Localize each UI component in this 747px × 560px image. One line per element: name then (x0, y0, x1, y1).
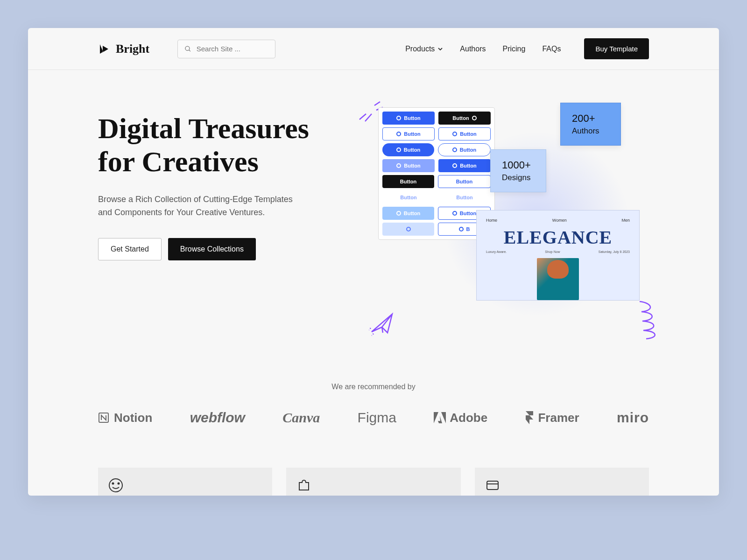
svg-point-5 (118, 483, 120, 484)
feature-card-2 (286, 468, 460, 496)
feature-card-1 (98, 468, 272, 496)
demo-button: Button (438, 112, 491, 125)
demo-button: Button (382, 127, 435, 140)
brand-notion-label: Notion (114, 411, 152, 425)
framer-icon (525, 411, 534, 424)
logo-text: Bright (116, 42, 149, 56)
logo[interactable]: Bright (98, 42, 149, 56)
card-icon (484, 477, 501, 494)
hero-actions: Get Started Browse Collections (98, 238, 331, 260)
demo-button: Button (438, 175, 491, 188)
stat-designs-num: 1000+ (502, 159, 535, 171)
hero-subtitle: Browse a Rich Collection of Cutting-Edge… (98, 193, 294, 220)
demo-button: Button (438, 143, 491, 156)
hero-illustration: Button Button Button Button Button Butto… (359, 103, 649, 327)
hero-title: Digital Treasures for Creatives (98, 112, 331, 179)
demo-button: Button (382, 207, 434, 220)
buy-template-button[interactable]: Buy Template (584, 38, 649, 59)
feature-cards-row (28, 440, 719, 496)
stat-authors-num: 200+ (572, 112, 609, 125)
nav-faqs[interactable]: FAQs (542, 45, 561, 53)
demo-button: Button (438, 191, 491, 204)
demo-button: Button (382, 143, 434, 156)
smiley-icon (107, 477, 124, 494)
get-started-button[interactable]: Get Started (98, 238, 162, 260)
elegance-model-image (537, 258, 579, 300)
chevron-down-icon (437, 46, 443, 52)
nav: Products Authors Pricing FAQs (405, 45, 561, 53)
demo-button: Button (382, 159, 435, 172)
browse-collections-button[interactable]: Browse Collections (168, 238, 256, 260)
page: Bright Products Authors Pricing FAQs Buy… (28, 28, 719, 496)
puzzle-icon (296, 477, 312, 494)
elegance-nav-men: Men (621, 218, 630, 223)
elegance-shop: Shop Now (545, 250, 560, 253)
hero: Digital Treasures for Creatives Browse a… (28, 70, 719, 345)
header: Bright Products Authors Pricing FAQs Buy… (28, 28, 719, 70)
search-icon (184, 45, 191, 53)
brand-adobe: Adobe (434, 411, 487, 425)
scribble-icon (630, 299, 663, 341)
stat-designs-label: Designs (502, 173, 535, 182)
brand-framer: Framer (525, 411, 579, 425)
demo-button: Button (438, 159, 491, 172)
search-box[interactable] (177, 40, 275, 58)
brand-canva: Canva (282, 410, 320, 426)
brand-webflow: webflow (190, 410, 245, 426)
elegance-nav-women: Women (552, 218, 567, 223)
stat-card-designs: 1000+ Designs (490, 149, 546, 192)
stat-authors-label: Authors (572, 126, 609, 136)
paper-plane-icon (369, 310, 397, 336)
recommended-section: We are recommended by Notion webflow Can… (28, 345, 719, 440)
brand-framer-label: Framer (538, 411, 579, 425)
elegance-date: Saturday, July 8 2023 (599, 250, 630, 253)
svg-line-1 (189, 49, 190, 51)
elegance-title: ELEGANCE (486, 226, 630, 248)
logo-icon (98, 42, 111, 56)
demo-button: Button (382, 112, 435, 125)
demo-button: Button (382, 175, 434, 188)
svg-rect-6 (487, 481, 498, 490)
svg-point-3 (109, 479, 122, 492)
nav-products-label: Products (405, 45, 435, 53)
demo-button: Button (382, 191, 435, 204)
brand-row: Notion webflow Canva Figma Adobe Framer … (98, 410, 649, 426)
elegance-nav-home: Home (486, 218, 497, 223)
feature-card-3 (475, 468, 649, 496)
svg-point-0 (185, 46, 190, 50)
demo-button (382, 223, 434, 236)
nav-authors[interactable]: Authors (460, 45, 486, 53)
adobe-icon (434, 412, 446, 423)
recommended-label: We are recommended by (98, 383, 649, 391)
brand-adobe-label: Adobe (450, 411, 487, 425)
nav-pricing[interactable]: Pricing (502, 45, 525, 53)
elegance-preview-card: Home Women Men ELEGANCE Luxury Aware. Sh… (476, 210, 640, 301)
hero-text: Digital Treasures for Creatives Browse a… (98, 103, 331, 327)
elegance-tagline: Luxury Aware. (486, 250, 507, 253)
svg-point-4 (113, 483, 114, 484)
search-input[interactable] (197, 45, 269, 53)
stat-card-authors: 200+ Authors (560, 103, 621, 146)
nav-products[interactable]: Products (405, 45, 443, 53)
brand-miro: miro (617, 410, 649, 426)
brand-notion: Notion (98, 411, 152, 425)
demo-button: Button (438, 127, 491, 140)
notion-icon (98, 412, 110, 424)
brand-figma: Figma (358, 410, 396, 426)
